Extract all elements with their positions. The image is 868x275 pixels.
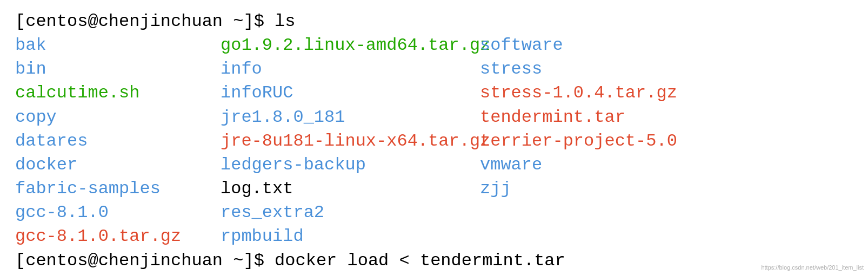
ls-col-1: bakbincalcutime.shcopydataresdockerfabri… xyxy=(15,34,221,248)
ls-col-2: go1.9.2.linux-amd64.tar.gzinfoinfoRUCjre… xyxy=(221,34,480,248)
ls-item: datares xyxy=(15,129,221,153)
ls-item: docker xyxy=(15,153,221,177)
ls-item: jre-8u181-linux-x64.tar.gz xyxy=(221,129,480,153)
terminal: [centos@chenjinchuan ~]$ ls bakbincalcut… xyxy=(15,10,853,273)
ls-item: infoRUC xyxy=(221,81,480,105)
ls-item: software xyxy=(480,34,853,57)
ls-item: vmware xyxy=(480,153,853,177)
ls-col-3: softwarestressstress-1.0.4.tar.gztenderm… xyxy=(480,34,853,248)
ls-item: go1.9.2.linux-amd64.tar.gz xyxy=(221,34,480,57)
ls-item: stress xyxy=(480,57,853,81)
watermark: https://blog.csdn.net/web/201_item_list xyxy=(761,264,864,272)
prompt-line-2: [centos@chenjinchuan ~]$ docker load < t… xyxy=(15,249,853,273)
ls-item: tendermint.tar xyxy=(480,106,853,129)
ls-item: ledgers-backup xyxy=(221,153,480,177)
ls-item: bin xyxy=(15,57,221,81)
ls-item: terrier-project-5.0 xyxy=(480,129,853,153)
ls-item: gcc-8.1.0.tar.gz xyxy=(15,225,221,248)
ls-item: res_extra2 xyxy=(221,201,480,225)
ls-item: fabric-samples xyxy=(15,177,221,201)
ls-item: copy xyxy=(15,106,221,129)
ls-item: rpmbuild xyxy=(221,225,480,248)
ls-item: gcc-8.1.0 xyxy=(15,201,221,225)
ls-item: stress-1.0.4.tar.gz xyxy=(480,81,853,105)
ls-output: bakbincalcutime.shcopydataresdockerfabri… xyxy=(15,34,853,248)
prompt-line-1: [centos@chenjinchuan ~]$ ls xyxy=(15,10,853,34)
ls-item: bak xyxy=(15,34,221,57)
ls-item: calcutime.sh xyxy=(15,81,221,105)
ls-item: zjj xyxy=(480,177,853,201)
ls-item: info xyxy=(221,57,480,81)
ls-item: jre1.8.0_181 xyxy=(221,106,480,129)
ls-item: log.txt xyxy=(221,177,480,201)
